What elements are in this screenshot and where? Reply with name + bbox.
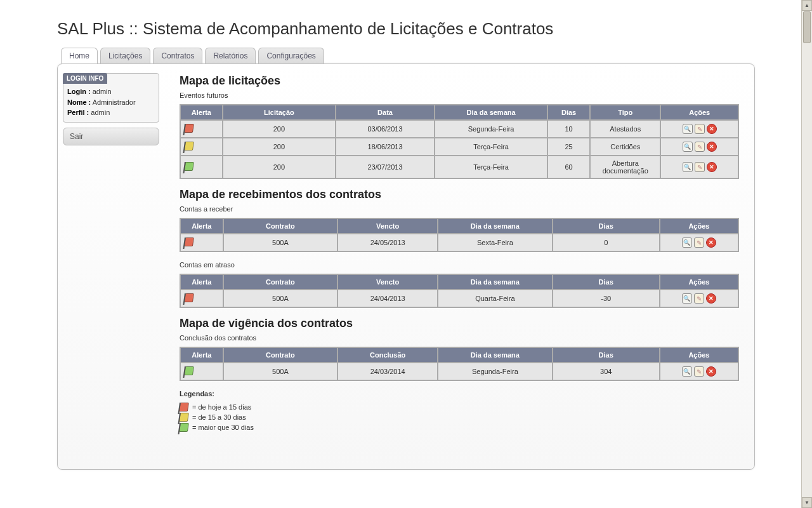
cell: 10: [547, 120, 590, 138]
cell: Atestados: [590, 120, 660, 138]
col-header: Alerta: [180, 218, 223, 234]
col-header: Contrato: [223, 274, 338, 290]
login-label: Login :: [67, 88, 91, 95]
col-header: Ações: [660, 347, 738, 363]
col-header: Vencto: [337, 274, 438, 290]
tab-contratos[interactable]: Contratos: [153, 48, 202, 64]
delete-icon[interactable]: [707, 142, 717, 152]
section-subtitle-atraso: Contas em atraso: [180, 261, 739, 269]
legend-text: = de 15 a 30 dias: [192, 413, 246, 421]
delete-icon[interactable]: [706, 237, 716, 248]
scroll-up-icon[interactable]: ▲: [802, 0, 812, 11]
legend-title: Legendas:: [180, 390, 739, 398]
cell: Certidões: [590, 138, 660, 156]
cell: 200: [223, 138, 336, 156]
delete-icon[interactable]: [706, 293, 716, 304]
login-info-header: LOGIN INFO: [63, 73, 107, 84]
cell: Sexta-Feira: [438, 234, 553, 251]
section-subtitle-licitacoes: Eventos futuros: [180, 91, 739, 99]
logout-button[interactable]: Sair: [63, 128, 159, 145]
section-subtitle-vigencia: Conclusão dos contratos: [180, 334, 739, 342]
tab-bar: HomeLicitaçõesContratosRelatóriosConfigu…: [57, 48, 755, 64]
edit-icon[interactable]: [695, 162, 705, 172]
section-title-vigencia: Mapa de vigência dos contratos: [180, 317, 739, 330]
view-icon[interactable]: [682, 366, 692, 377]
edit-icon[interactable]: [694, 366, 704, 377]
table-row: 20003/06/2013Segunda-Feira10Atestados: [180, 120, 738, 138]
flag-yellow-icon: [179, 413, 189, 422]
view-icon[interactable]: [682, 293, 692, 304]
view-icon[interactable]: [683, 162, 693, 172]
cell: 25: [547, 138, 590, 156]
cell: Abertura documentação: [590, 156, 660, 178]
cell: 24/05/2013: [337, 234, 438, 251]
edit-icon[interactable]: [694, 293, 704, 304]
delete-icon[interactable]: [707, 162, 717, 172]
view-icon[interactable]: [683, 142, 693, 152]
col-header: Conclusão: [337, 347, 438, 363]
table-licitacoes: AlertaLicitaçãoDataDia da semanaDiasTipo…: [180, 104, 739, 179]
col-header: Dia da semana: [438, 347, 553, 363]
table-row: 20018/06/2013Terça-Feira25Certidões: [180, 138, 738, 156]
col-header: Data: [336, 105, 435, 120]
col-header: Tipo: [590, 105, 660, 120]
content-area: Mapa de licitações Eventos futuros Alert…: [164, 64, 754, 469]
flag-green-icon: [184, 162, 194, 171]
cell: 24/03/2014: [337, 363, 438, 380]
nome-value: Administrador: [93, 98, 136, 106]
col-header: Ações: [660, 218, 738, 234]
edit-icon[interactable]: [695, 142, 705, 152]
col-header: Dias: [547, 105, 590, 120]
cell: Terça-Feira: [435, 138, 547, 156]
section-subtitle-receber: Contas a receber: [180, 205, 739, 213]
tab-configurações[interactable]: Configurações: [258, 48, 324, 64]
flag-red-icon: [184, 124, 194, 133]
edit-icon[interactable]: [694, 237, 704, 248]
login-value: admin: [93, 88, 112, 95]
legend-list: = de hoje a 15 dias = de 15 a 30 dias = …: [180, 403, 739, 432]
col-header: Contrato: [223, 347, 338, 363]
col-header: Dias: [553, 347, 660, 363]
sidebar: LOGIN INFO Login : admin Nome : Administ…: [58, 64, 164, 469]
edit-icon[interactable]: [695, 124, 705, 134]
delete-icon[interactable]: [707, 124, 717, 134]
flag-green-icon: [179, 423, 189, 432]
flag-green-icon: [184, 366, 194, 375]
vertical-scrollbar[interactable]: ▲ ▼: [801, 0, 812, 483]
cell: 500A: [223, 234, 338, 251]
col-header: Ações: [660, 105, 738, 120]
table-receber: AlertaContratoVenctoDia da semanaDiasAçõ…: [180, 218, 739, 252]
tab-licitações[interactable]: Licitações: [100, 48, 150, 64]
flag-red-icon: [184, 293, 194, 302]
table-row: 20023/07/2013Terça-Feira60Abertura docum…: [180, 156, 738, 178]
scroll-thumb[interactable]: [803, 11, 811, 43]
cell: 200: [223, 120, 336, 138]
flag-red-icon: [184, 237, 194, 246]
view-icon[interactable]: [682, 237, 692, 248]
tab-home[interactable]: Home: [61, 48, 98, 64]
cell: Segunda-Feira: [438, 363, 553, 380]
delete-icon[interactable]: [706, 366, 716, 377]
col-header: Dias: [553, 218, 660, 234]
col-header: Ações: [660, 274, 738, 290]
view-icon[interactable]: [683, 124, 693, 134]
col-header: Dia da semana: [438, 218, 553, 234]
section-title-licitacoes: Mapa de licitações: [180, 74, 739, 88]
perfil-label: Perfil :: [67, 109, 89, 116]
section-title-recebimentos: Mapa de recebimentos dos contratos: [180, 188, 739, 201]
tab-relatórios[interactable]: Relatórios: [205, 48, 256, 64]
legend-text: = maior que 30 dias: [192, 424, 254, 431]
col-header: Dia da semana: [435, 105, 547, 120]
cell: 500A: [223, 363, 338, 380]
col-header: Licitação: [223, 105, 336, 120]
col-header: Vencto: [337, 218, 438, 234]
col-header: Dias: [553, 274, 660, 290]
col-header: Dia da semana: [438, 274, 553, 290]
table-row: 500A24/04/2013Quarta-Feira-30: [180, 290, 738, 307]
app-title: SAL Plus :: Sistema de Acompanhamento de…: [57, 6, 755, 48]
table-atraso: AlertaContratoVenctoDia da semanaDiasAçõ…: [180, 274, 739, 308]
legend-item: = de hoje a 15 dias: [180, 403, 739, 411]
col-header: Alerta: [180, 347, 223, 363]
col-header: Alerta: [180, 105, 223, 120]
legend-item: = maior que 30 dias: [180, 423, 739, 432]
